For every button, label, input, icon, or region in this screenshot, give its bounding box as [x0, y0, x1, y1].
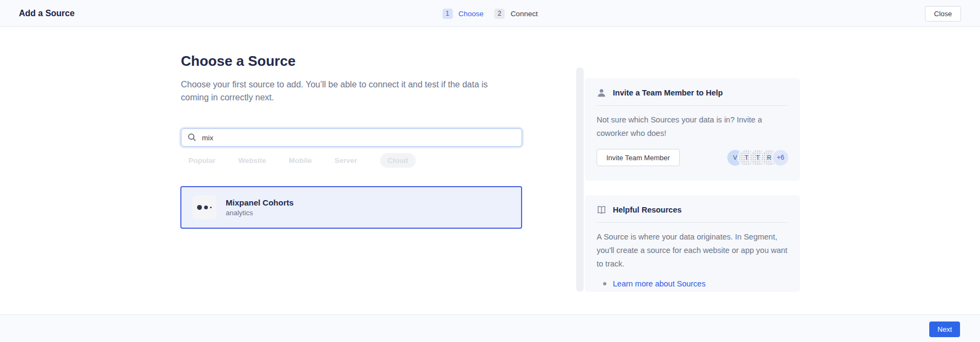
resources-panel-title: Helpful Resources — [613, 206, 681, 214]
close-button[interactable]: Close — [925, 6, 961, 22]
step-connect-badge: 2 — [495, 9, 505, 19]
next-button[interactable]: Next — [929, 322, 960, 337]
section-description: Choose your first source to add. You’ll … — [181, 78, 505, 104]
step-choose-badge: 1 — [442, 9, 452, 19]
footer-bar: Next — [0, 314, 980, 342]
tab-popular[interactable]: Popular — [188, 156, 215, 165]
step-choose-label: Choose — [458, 10, 484, 18]
step-choose[interactable]: 1 Choose — [442, 9, 484, 19]
header-bar: Add a Source 1 Choose 2 Connect Close — [0, 0, 980, 27]
invite-team-member-button[interactable]: Invite Team Member — [597, 149, 680, 166]
learn-more-sources-link[interactable]: Learn more about Sources — [613, 279, 706, 288]
source-card-mixpanel-cohorts[interactable]: Mixpanel Cohorts analytics — [180, 186, 522, 229]
resources-panel: Helpful Resources A Source is where your… — [585, 195, 800, 292]
tab-website[interactable]: Website — [238, 156, 266, 165]
person-icon — [597, 88, 606, 98]
content-scrollbar[interactable] — [576, 67, 584, 292]
invite-panel-body: Not sure which Sources your data is in? … — [597, 113, 788, 140]
resources-link-row: Learn more about Sources — [597, 279, 788, 288]
resources-panel-body: A Source is where your data originates. … — [597, 230, 788, 271]
step-connect[interactable]: 2 Connect — [495, 9, 538, 19]
tab-mobile[interactable]: Mobile — [289, 156, 312, 165]
resources-panel-header: Helpful Resources — [597, 205, 788, 223]
invite-panel-title: Invite a Team Member to Help — [613, 88, 723, 97]
source-card-subtitle: analytics — [226, 209, 294, 217]
bullet-icon — [603, 282, 606, 285]
avatar-overflow-badge: +6 — [773, 150, 788, 166]
mixpanel-dots-logo — [192, 195, 217, 220]
page-title: Add a Source — [19, 0, 75, 27]
section-heading: Choose a Source — [181, 53, 295, 70]
source-card-title: Mixpanel Cohorts — [226, 198, 294, 207]
invite-panel: Invite a Team Member to Help Not sure wh… — [585, 78, 800, 181]
stepper: 1 Choose 2 Connect — [442, 0, 538, 27]
tab-cloud[interactable]: Cloud — [380, 153, 416, 168]
source-card-text: Mixpanel Cohorts analytics — [226, 198, 294, 217]
team-avatars: V T T R +6 — [727, 150, 788, 166]
invite-panel-header: Invite a Team Member to Help — [597, 88, 788, 106]
category-tabs: Popular Website Mobile Server Cloud — [188, 153, 416, 168]
tab-server[interactable]: Server — [335, 156, 357, 165]
search-input[interactable] — [181, 128, 522, 147]
invite-row: Invite Team Member V T T R +6 — [597, 149, 788, 166]
add-source-screen: Add a Source 1 Choose 2 Connect Close Ch… — [0, 0, 980, 342]
book-icon — [597, 205, 606, 215]
step-connect-label: Connect — [511, 10, 538, 18]
source-search — [181, 128, 522, 147]
